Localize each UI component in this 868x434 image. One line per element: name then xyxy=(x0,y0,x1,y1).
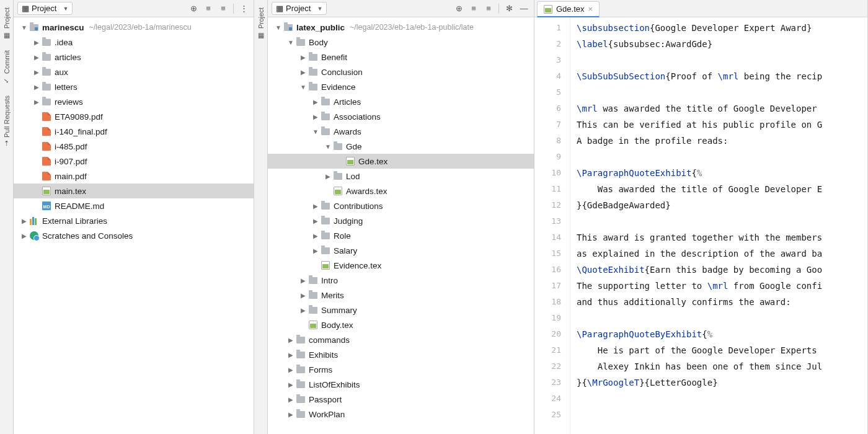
close-icon[interactable]: × xyxy=(588,4,593,14)
gutter-line-number[interactable]: 7 xyxy=(534,117,561,133)
project-tree-left[interactable]: ▼ marinescu ~/legal/2023/eb-1a/marinescu… xyxy=(14,17,254,434)
gutter-line-number[interactable]: 14 xyxy=(534,229,561,246)
tree-row[interactable]: ▶ Articles xyxy=(268,94,534,109)
disclosure-arrow-icon[interactable]: ▶ xyxy=(286,396,295,403)
tree-row[interactable]: ▶ Salary xyxy=(268,243,534,258)
disclosure-arrow-icon[interactable]: ▶ xyxy=(311,218,320,224)
minimize-button[interactable]: — xyxy=(518,2,530,15)
tree-row[interactable]: ▼ Gde xyxy=(268,139,534,154)
tree-row[interactable]: Body.tex xyxy=(268,317,534,332)
tree-row[interactable]: ▶ commands xyxy=(268,332,534,347)
tree-row[interactable]: ▶ Forms xyxy=(268,362,534,377)
tree-row[interactable]: ▶ Scratches and Consoles xyxy=(14,228,254,243)
gutter-line-number[interactable]: 6 xyxy=(534,100,561,117)
editor-gutter[interactable]: 1234567891011121314151617181920212223242… xyxy=(534,17,570,434)
locate-button[interactable]: ⊕ xyxy=(187,2,200,15)
tree-row[interactable]: ▶ articles xyxy=(14,50,254,64)
locate-button[interactable]: ⊕ xyxy=(453,2,465,15)
disclosure-arrow-icon[interactable]: ▶ xyxy=(32,69,41,76)
disclosure-arrow-icon[interactable]: ▶ xyxy=(299,307,308,314)
tree-row[interactable]: ▼ Awards xyxy=(268,124,534,139)
gutter-line-number[interactable]: 1 xyxy=(534,20,561,36)
gutter-line-number[interactable]: 19 xyxy=(534,310,561,326)
gutter-line-number[interactable]: 24 xyxy=(534,391,561,407)
disclosure-arrow-icon[interactable]: ▶ xyxy=(32,39,41,46)
disclosure-arrow-icon[interactable]: ▼ xyxy=(324,143,332,150)
editor-code-area[interactable]: \subsubsection{Google Developer Expert A… xyxy=(570,17,867,434)
tree-row[interactable]: ▶ External Libraries xyxy=(14,213,254,228)
gutter-line-number[interactable]: 10 xyxy=(534,165,561,181)
tree-row[interactable]: ▶ Passport xyxy=(268,392,534,407)
gutter-line-number[interactable]: 22 xyxy=(534,358,561,374)
disclosure-arrow-icon[interactable]: ▶ xyxy=(286,337,295,343)
tree-row[interactable]: main.pdf xyxy=(14,169,254,184)
gutter-line-number[interactable]: 13 xyxy=(534,213,561,229)
tree-row[interactable]: ▶ Summary xyxy=(268,303,534,317)
gutter-line-number[interactable]: 8 xyxy=(534,133,561,149)
tree-row[interactable]: ▶ Role xyxy=(268,228,534,243)
expand-all-button[interactable]: ≡ xyxy=(467,2,480,15)
gutter-line-number[interactable]: 15 xyxy=(534,246,561,262)
tree-row[interactable]: i-907.pdf xyxy=(14,154,254,169)
expand-all-button[interactable]: ≡ xyxy=(202,2,215,15)
tree-row[interactable]: ▼ marinescu ~/legal/2023/eb-1a/marinescu xyxy=(14,20,254,35)
gutter-line-number[interactable]: 23 xyxy=(534,374,561,391)
tree-row[interactable]: ▶ ListOfExhibits xyxy=(268,377,534,392)
collapse-all-button[interactable]: ≡ xyxy=(217,2,229,15)
disclosure-arrow-icon[interactable]: ▼ xyxy=(274,24,283,31)
gutter-line-number[interactable]: 4 xyxy=(534,68,561,84)
side-tab-pull-requests[interactable]: ⇡ Pull Requests xyxy=(1,91,12,151)
gutter-line-number[interactable]: 18 xyxy=(534,294,561,310)
disclosure-arrow-icon[interactable]: ▶ xyxy=(299,69,308,76)
tree-row[interactable]: ETA9089.pdf xyxy=(14,109,254,124)
disclosure-arrow-icon[interactable]: ▶ xyxy=(311,113,320,120)
gutter-line-number[interactable]: 16 xyxy=(534,262,561,278)
project-tree-mid[interactable]: ▼ latex_public ~/legal/2023/eb-1a/eb-1a-… xyxy=(268,17,534,434)
gutter-line-number[interactable]: 9 xyxy=(534,149,561,165)
tree-row[interactable]: ▶ Associations xyxy=(268,109,534,124)
gutter-line-number[interactable]: 3 xyxy=(534,52,561,68)
disclosure-arrow-icon[interactable]: ▼ xyxy=(20,24,29,31)
disclosure-arrow-icon[interactable]: ▶ xyxy=(286,352,295,358)
tree-row[interactable]: ▶ reviews xyxy=(14,94,254,109)
disclosure-arrow-icon[interactable]: ▶ xyxy=(32,84,41,91)
tree-row[interactable]: ▶ Judging xyxy=(268,213,534,228)
disclosure-arrow-icon[interactable]: ▶ xyxy=(299,277,308,284)
tree-row[interactable]: main.tex xyxy=(14,184,254,198)
disclosure-arrow-icon[interactable]: ▶ xyxy=(32,54,41,61)
tree-row[interactable]: ▶ WorkPlan xyxy=(268,407,534,422)
tree-row[interactable]: ▶ aux xyxy=(14,64,254,79)
tree-row[interactable]: ▶ Contributions xyxy=(268,198,534,213)
tree-row[interactable]: ▶ letters xyxy=(14,79,254,94)
tree-row[interactable]: ▶ Exhibits xyxy=(268,347,534,362)
tree-row[interactable]: ▶ Intro xyxy=(268,273,534,288)
gutter-line-number[interactable]: 2 xyxy=(534,36,561,52)
tree-row[interactable]: ▼ latex_public ~/legal/2023/eb-1a/eb-1a-… xyxy=(268,20,534,35)
project-view-selector[interactable]: ▦ Project ▼ xyxy=(272,2,327,15)
side-tab-project[interactable]: ▦ Project xyxy=(1,2,12,44)
tree-row[interactable]: ▶ Conclusion xyxy=(268,64,534,79)
disclosure-arrow-icon[interactable]: ▼ xyxy=(311,128,320,135)
gear-icon[interactable]: ✻ xyxy=(503,2,515,15)
disclosure-arrow-icon[interactable]: ▶ xyxy=(311,99,320,105)
disclosure-arrow-icon[interactable]: ▼ xyxy=(286,39,295,46)
disclosure-arrow-icon[interactable]: ▶ xyxy=(311,232,320,239)
tree-row[interactable]: ▼ Body xyxy=(268,35,534,50)
tree-row[interactable]: ▶ Merits xyxy=(268,288,534,303)
tree-row[interactable]: ▶ .idea xyxy=(14,35,254,50)
disclosure-arrow-icon[interactable]: ▶ xyxy=(324,173,332,180)
tree-row[interactable]: ▼ Evidence xyxy=(268,79,534,94)
tree-row[interactable]: README.md xyxy=(14,198,254,213)
disclosure-arrow-icon[interactable]: ▶ xyxy=(299,292,308,299)
disclosure-arrow-icon[interactable]: ▼ xyxy=(299,84,308,91)
tree-row[interactable]: ▶ Lod xyxy=(268,169,534,184)
tree-row[interactable]: Gde.tex xyxy=(268,154,534,169)
disclosure-arrow-icon[interactable]: ▶ xyxy=(299,54,308,61)
project-view-selector[interactable]: ▦ Project ▼ xyxy=(17,2,73,15)
disclosure-arrow-icon[interactable]: ▶ xyxy=(32,99,41,105)
disclosure-arrow-icon[interactable]: ▶ xyxy=(311,247,320,254)
editor-tab-active[interactable]: Gde.tex × xyxy=(537,1,600,17)
gutter-line-number[interactable]: 5 xyxy=(534,84,561,100)
tree-row[interactable]: Awards.tex xyxy=(268,184,534,198)
disclosure-arrow-icon[interactable]: ▶ xyxy=(286,411,295,418)
